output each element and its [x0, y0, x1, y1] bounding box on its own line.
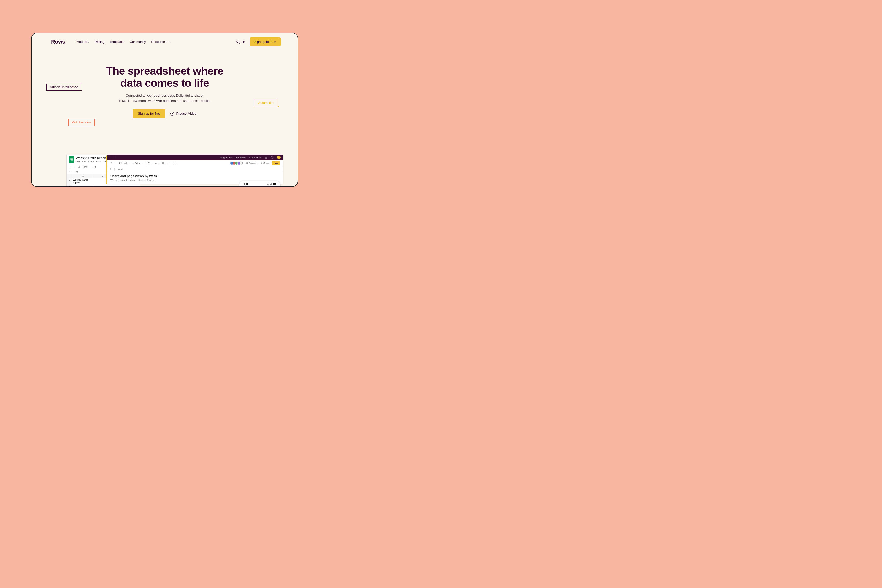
rows-nav-templates[interactable]: Templates — [235, 156, 246, 159]
nav-templates[interactable]: Templates — [110, 40, 124, 44]
phone-time: 9:41 — [243, 183, 248, 185]
page-number: 1 — [110, 168, 111, 170]
gs-cell-a2[interactable] — [72, 184, 94, 186]
workspace-switcher[interactable] — [110, 156, 114, 159]
rows-toolbar: ⊕ Insert ▷ Actions T ≡ ▦ ☰ — [107, 160, 283, 166]
chevron-down-icon — [88, 42, 89, 43]
live-toggle[interactable]: Live — [272, 161, 280, 165]
text-format-button[interactable]: T — [148, 162, 152, 164]
top-nav: Rows Product Pricing Templates Community… — [32, 33, 298, 51]
chevron-down-icon — [128, 163, 130, 164]
gs-col-a[interactable]: A — [72, 174, 94, 178]
gs-currency[interactable]: $ — [95, 166, 96, 168]
avatar-more: +4 — [240, 162, 243, 165]
gs-corner — [67, 174, 72, 178]
chevron-down-icon — [91, 166, 92, 167]
duplicate-label: Duplicate — [248, 162, 258, 164]
undo-icon[interactable] — [69, 165, 71, 168]
share-button[interactable]: ⇪Share — [261, 162, 269, 164]
gs-menu-data[interactable]: Data — [96, 160, 101, 163]
play-icon — [170, 112, 174, 116]
logo[interactable]: Rows — [51, 39, 65, 45]
nav-links: Product Pricing Templates Community Reso… — [76, 40, 231, 44]
nav-resources-label: Resources — [151, 40, 166, 44]
rows-app: Integrations Templates Community ? ⊕ Ins… — [106, 154, 283, 184]
chevron-down-icon — [167, 42, 169, 43]
tab-label[interactable]: Week — [118, 168, 124, 170]
gs-menu: File Edit Insert Data Tool — [76, 160, 108, 163]
share-label: Share — [263, 162, 269, 164]
rows-topbar: Integrations Templates Community ? — [107, 154, 283, 160]
tag-collaboration[interactable]: Collaboration — [68, 119, 94, 126]
signup-button[interactable]: Sign up for free — [250, 38, 280, 46]
gs-fx-label: (f) — [76, 171, 78, 173]
hero-subtitle: Connected to your business data. Delight… — [32, 93, 298, 104]
gs-row2-num[interactable]: 2 — [67, 184, 72, 186]
gs-menu-edit[interactable]: Edit — [82, 160, 86, 163]
gs-title: Website Traffic Report — [76, 156, 108, 160]
nav-product[interactable]: Product — [76, 40, 89, 44]
battery-icon — [273, 183, 276, 185]
align-button[interactable]: ≡ — [155, 162, 159, 164]
hero-cta: Sign up for free Product Video — [32, 109, 298, 118]
actions-label: Actions — [135, 162, 142, 164]
nav-community[interactable]: Community — [130, 40, 146, 44]
print-icon[interactable] — [78, 166, 80, 168]
nav-right: Sign in Sign up for free — [236, 38, 280, 46]
redo-icon[interactable] — [74, 165, 76, 168]
nav-resources[interactable]: Resources — [151, 40, 169, 44]
nav-pricing[interactable]: Pricing — [95, 40, 105, 44]
gs-cell-b2[interactable] — [94, 184, 111, 186]
product-video-label: Product Video — [176, 112, 196, 116]
phone-status-icons — [267, 183, 276, 185]
product-video-link[interactable]: Product Video — [170, 112, 196, 116]
duplicate-button[interactable]: ⧉Duplicate — [246, 162, 258, 164]
signal-icon — [267, 183, 269, 185]
hero-title-line2: data comes to life — [32, 77, 298, 89]
gs-zoom[interactable]: 100% — [82, 166, 88, 168]
cell-format-button[interactable]: ▦ — [162, 162, 167, 164]
wifi-icon — [270, 183, 273, 185]
gs-menu-file[interactable]: File — [76, 160, 80, 163]
hero-title-line1: The spreadsheet where — [32, 65, 298, 77]
gift-icon[interactable] — [264, 156, 267, 159]
user-avatar[interactable] — [277, 156, 280, 159]
product-preview: Website Traffic Report File Edit Insert … — [32, 154, 298, 186]
gs-cellref[interactable]: A1 — [69, 171, 72, 173]
hero-signup-button[interactable]: Sign up for free — [133, 109, 165, 118]
insert-label: Insert — [121, 162, 127, 164]
rows-nav-community[interactable]: Community — [249, 156, 261, 159]
actions-button[interactable]: ▷ Actions — [132, 162, 142, 164]
redo-icon[interactable] — [110, 162, 112, 165]
nav-product-label: Product — [76, 40, 87, 44]
collaborator-avatars[interactable]: +4 — [231, 162, 243, 165]
svg-text:?: ? — [272, 156, 273, 158]
phone-mock: 9:41 — [239, 181, 280, 186]
gs-row1-num[interactable]: 1 — [67, 178, 72, 184]
rows-heading: Users and page views by week — [111, 174, 279, 178]
hero-title: The spreadsheet where data comes to life — [32, 65, 298, 89]
more-format-button[interactable]: ☰ — [173, 162, 178, 164]
help-icon[interactable]: ? — [271, 156, 274, 159]
hero: The spreadsheet where data comes to life… — [32, 51, 298, 118]
rows-nav-integrations[interactable]: Integrations — [219, 156, 232, 159]
hero-sub-line1: Connected to your business data. Delight… — [32, 93, 298, 98]
gs-cell-a1[interactable]: Weekly traffic report — [72, 178, 94, 184]
signin-link[interactable]: Sign in — [236, 40, 246, 44]
browser-frame: Rows Product Pricing Templates Community… — [31, 33, 298, 187]
insert-button[interactable]: ⊕ Insert — [118, 162, 130, 165]
hero-sub-line2: Rows is how teams work with numbers and … — [32, 98, 298, 104]
rows-tabrow: 1 | Week — [107, 166, 283, 172]
sheets-icon — [69, 156, 74, 163]
gs-menu-insert[interactable]: Insert — [88, 160, 94, 163]
